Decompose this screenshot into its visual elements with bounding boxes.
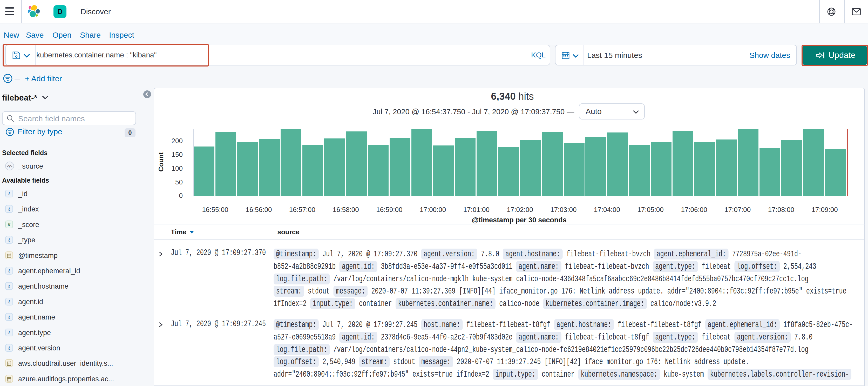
svg-text:</>: </> <box>7 164 12 168</box>
